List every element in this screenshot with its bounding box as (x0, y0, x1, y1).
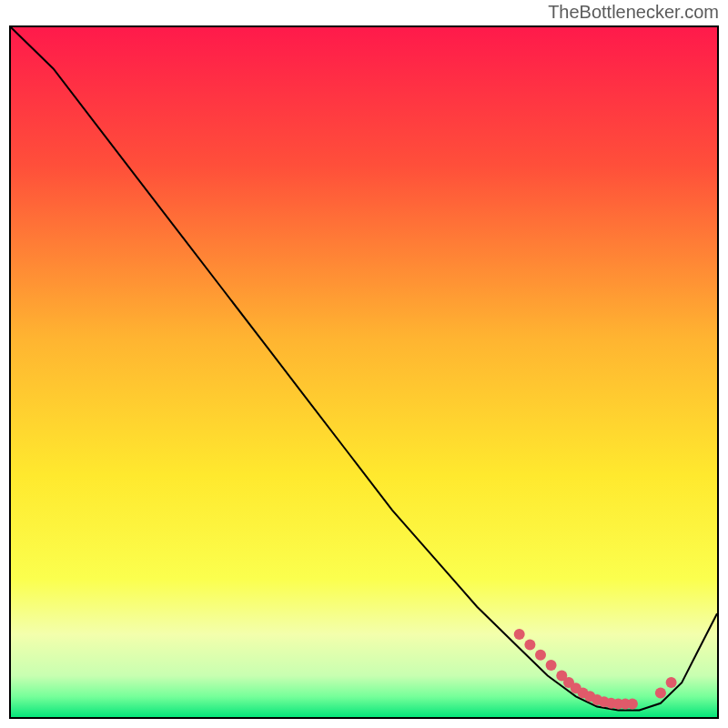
marker-dot (514, 629, 525, 640)
highlight-dots (514, 629, 677, 710)
plot-area (9, 25, 719, 719)
attribution-text: TheBottlenecker.com (548, 2, 719, 23)
bottleneck-curve (11, 27, 717, 710)
chart-container: TheBottlenecker.com (0, 0, 728, 728)
curve-layer (11, 27, 717, 717)
marker-dot (524, 639, 535, 650)
marker-dot (627, 699, 638, 710)
marker-dot (546, 660, 557, 671)
marker-dot (655, 688, 666, 699)
marker-dot (666, 677, 677, 688)
marker-dot (535, 650, 546, 661)
